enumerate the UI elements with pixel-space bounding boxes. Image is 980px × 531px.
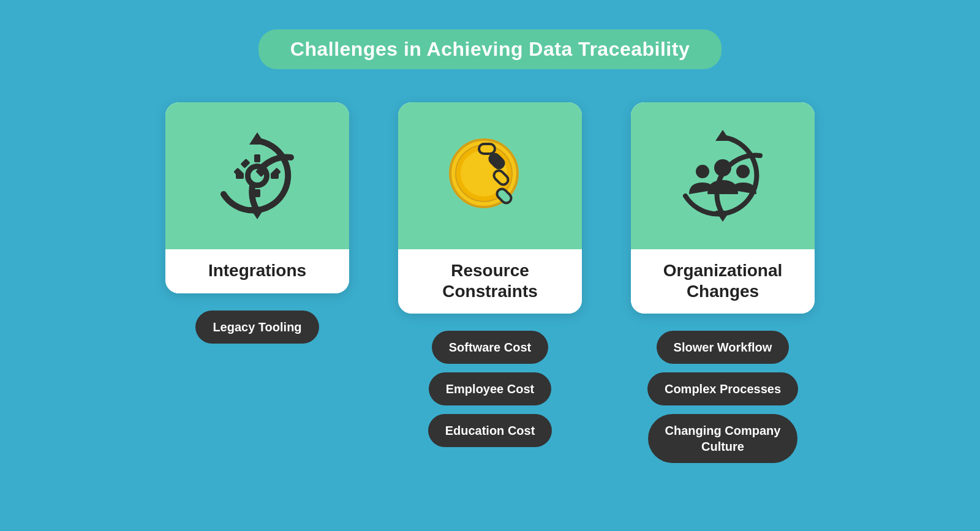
cards-row: Integrations Legacy Tooling [165,102,815,463]
svg-point-26 [696,165,709,178]
card-resource-label-area: ResourceConstraints [398,249,582,314]
card-org-icon-area [631,102,815,249]
svg-marker-0 [249,132,265,145]
resource-icon [434,119,547,233]
card-resource: ResourceConstraints [398,102,582,314]
integrations-tags: Legacy Tooling [195,311,318,344]
org-changes-icon [671,124,775,228]
card-integrations-label-area: Integrations [165,249,349,293]
page-title: Challenges in Achieving Data Traceabilit… [290,38,690,60]
org-tags: Slower Workflow Complex Processes Changi… [647,331,798,463]
card-col-resource: ResourceConstraints Software Cost Employ… [398,102,582,447]
tag-employee-cost: Employee Cost [429,372,551,405]
svg-point-25 [714,159,731,176]
card-org-label-area: OrganizationalChanges [631,249,815,314]
svg-marker-23 [715,130,730,141]
card-integrations-label: Integrations [208,261,306,280]
card-org: OrganizationalChanges [631,102,815,314]
integrations-icon [205,124,309,228]
tag-changing-company-culture: Changing CompanyCulture [648,414,798,463]
resource-tags: Software Cost Employee Cost Education Co… [428,331,552,447]
tag-education-cost: Education Cost [428,414,552,447]
card-resource-icon-area [398,102,582,249]
title-banner: Challenges in Achieving Data Traceabilit… [258,29,722,69]
card-org-label: OrganizationalChanges [663,261,782,301]
tag-software-cost: Software Cost [432,331,548,364]
tag-legacy-tooling: Legacy Tooling [195,311,318,344]
card-integrations-icon-area [165,102,349,249]
card-col-org: OrganizationalChanges Slower Workflow Co… [631,102,815,463]
svg-rect-5 [254,189,260,197]
card-resource-label: ResourceConstraints [442,261,538,301]
card-integrations: Integrations [165,102,349,293]
svg-rect-4 [254,154,260,162]
tag-slower-workflow: Slower Workflow [657,331,790,364]
card-col-integrations: Integrations Legacy Tooling [165,102,349,344]
svg-rect-16 [480,145,494,153]
svg-point-27 [736,165,750,178]
tag-complex-processes: Complex Processes [647,372,798,405]
